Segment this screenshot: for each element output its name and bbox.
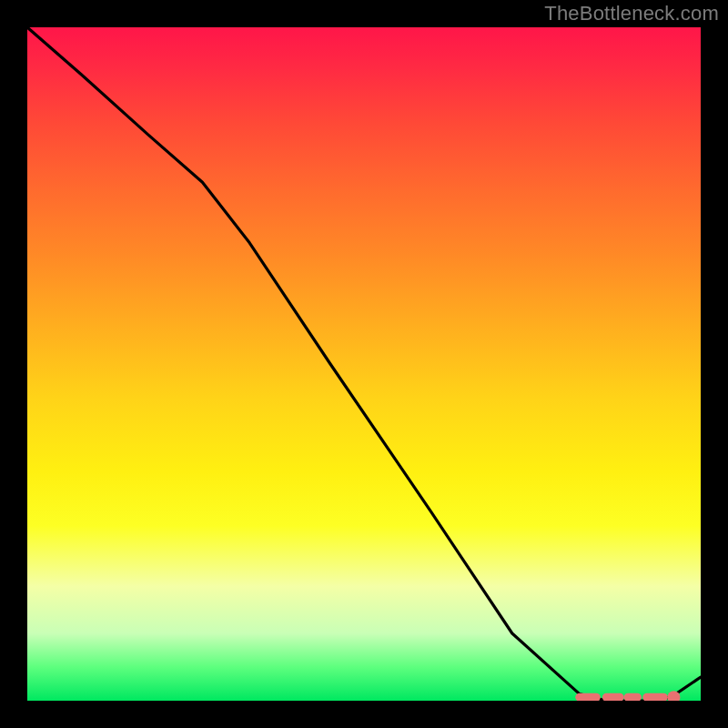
chart-frame: TheBottleneck.com — [0, 0, 728, 728]
bottleneck-curve — [27, 27, 701, 701]
watermark-text: TheBottleneck.com — [544, 2, 719, 25]
chart-svg — [27, 27, 701, 701]
plot-area — [27, 27, 701, 701]
